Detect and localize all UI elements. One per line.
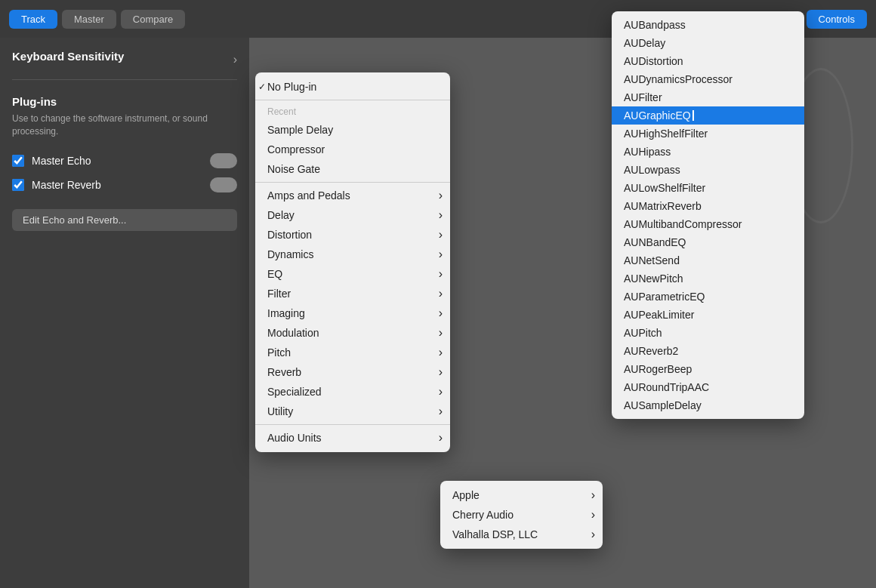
master-echo-toggle[interactable] — [210, 153, 237, 168]
menu-separator-2 — [255, 182, 450, 183]
au-lowpass[interactable]: AULowpass — [612, 161, 804, 179]
no-plugin-item[interactable]: No Plug-in — [255, 77, 450, 97]
keyboard-sensitivity-label: Keyboard Sensitivity — [12, 50, 124, 63]
sample-delay-item[interactable]: Sample Delay — [255, 120, 450, 140]
keyboard-sensitivity-arrow[interactable]: › — [233, 53, 237, 66]
specialized-item[interactable]: Specialized — [255, 382, 450, 402]
au-roger-beep[interactable]: AURogerBeep — [612, 360, 804, 378]
noise-gate-item[interactable]: Noise Gate — [255, 159, 450, 179]
audio-units-item[interactable]: Audio Units — [255, 428, 450, 448]
au-reverb2[interactable]: AUReverb2 — [612, 342, 804, 360]
distortion-item[interactable]: Distortion — [255, 225, 450, 245]
master-reverb-checkbox[interactable] — [12, 179, 24, 191]
left-panel: Keyboard Sensitivity › Plug-ins Use to c… — [0, 38, 249, 588]
edit-echo-reverb-button[interactable]: Edit Echo and Reverb... — [12, 209, 237, 231]
utility-item[interactable]: Utility — [255, 402, 450, 421]
audio-units-vendor-menu[interactable]: Apple Cherry Audio Valhalla DSP, LLC — [440, 481, 603, 549]
track-button[interactable]: Track — [9, 10, 57, 29]
menu-separator-3 — [255, 424, 450, 425]
au-dynamics-processor[interactable]: AUDynamicsProcessor — [612, 70, 804, 88]
au-delay[interactable]: AUDelay — [612, 34, 804, 52]
plugins-desc: Use to change the software instrument, o… — [12, 112, 237, 138]
au-peak-limiter[interactable]: AUPeakLimiter — [612, 306, 804, 324]
au-list-menu[interactable]: AUBandpass AUDelay AUDistortion AUDynami… — [612, 11, 804, 419]
au-multiband-compressor[interactable]: AUMultibandCompressor — [612, 215, 804, 233]
au-graphic-eq[interactable]: AUGraphicEQ — [612, 106, 804, 125]
master-reverb-toggle[interactable] — [210, 177, 237, 192]
au-hipass[interactable]: AUHipass — [612, 143, 804, 161]
au-new-pitch[interactable]: AUNewPitch — [612, 269, 804, 288]
au-net-send[interactable]: AUNetSend — [612, 251, 804, 269]
au-pitch[interactable]: AUPitch — [612, 324, 804, 342]
au-distortion[interactable]: AUDistortion — [612, 52, 804, 70]
dynamics-item[interactable]: Dynamics — [255, 245, 450, 264]
au-round-trip-aac[interactable]: AURoundTripAAC — [612, 378, 804, 396]
master-button[interactable]: Master — [62, 10, 116, 29]
master-echo-row: Master Echo — [12, 153, 237, 168]
apple-item[interactable]: Apple — [440, 485, 603, 505]
amps-pedals-item[interactable]: Amps and Pedals — [255, 186, 450, 205]
cherry-audio-item[interactable]: Cherry Audio — [440, 505, 603, 525]
compare-button[interactable]: Compare — [121, 10, 185, 29]
compressor-item[interactable]: Compressor — [255, 140, 450, 159]
recent-label: Recent — [255, 103, 450, 120]
au-bandpass[interactable]: AUBandpass — [612, 16, 804, 34]
menu-separator-1 — [255, 100, 450, 100]
imaging-item[interactable]: Imaging — [255, 303, 450, 323]
cursor-indicator — [692, 110, 694, 121]
pitch-item[interactable]: Pitch — [255, 343, 450, 362]
au-nband-eq[interactable]: AUNBandEQ — [612, 233, 804, 251]
master-echo-label: Master Echo — [32, 155, 91, 167]
au-filter[interactable]: AUFilter — [612, 88, 804, 106]
au-low-shelf-filter[interactable]: AULowShelfFilter — [612, 179, 804, 197]
plugin-menu[interactable]: No Plug-in Recent Sample Delay Compresso… — [255, 72, 450, 452]
au-sample-delay[interactable]: AUSampleDelay — [612, 396, 804, 414]
controls-button[interactable]: Controls — [807, 10, 867, 29]
eq-item[interactable]: EQ — [255, 264, 450, 284]
valhalla-item[interactable]: Valhalla DSP, LLC — [440, 525, 603, 544]
delay-item[interactable]: Delay — [255, 205, 450, 225]
au-matrix-reverb[interactable]: AUMatrixReverb — [612, 197, 804, 215]
reverb-item[interactable]: Reverb — [255, 362, 450, 382]
filter-item[interactable]: Filter — [255, 284, 450, 303]
au-parametric-eq[interactable]: AUParametricEQ — [612, 288, 804, 306]
master-reverb-row: Master Reverb — [12, 177, 237, 192]
plugins-section: Plug-ins Use to change the software inst… — [12, 95, 237, 138]
plugins-title: Plug-ins — [12, 95, 237, 108]
master-reverb-label: Master Reverb — [32, 179, 101, 191]
au-high-shelf-filter[interactable]: AUHighShelfFilter — [612, 125, 804, 143]
modulation-item[interactable]: Modulation — [255, 323, 450, 343]
master-echo-checkbox[interactable] — [12, 155, 24, 167]
